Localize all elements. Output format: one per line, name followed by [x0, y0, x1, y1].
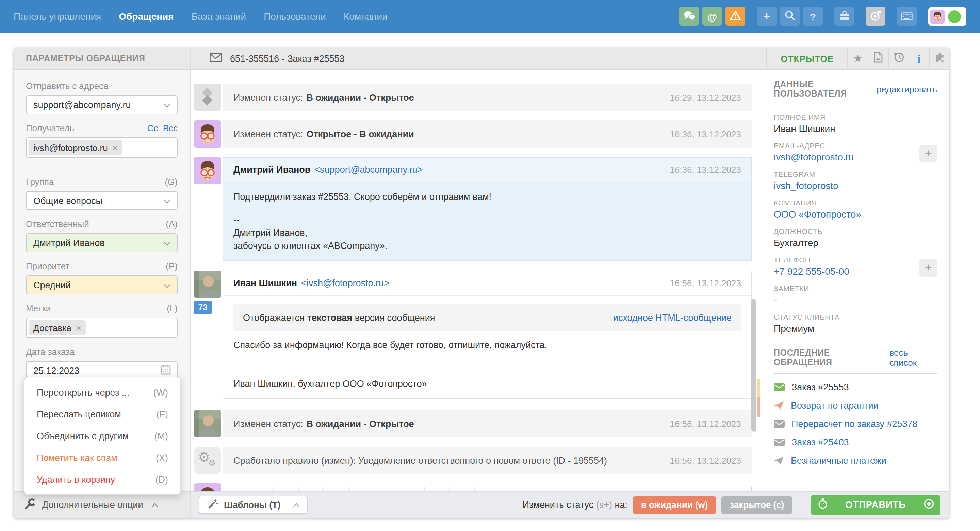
- menu-item-reopen-later[interactable]: Переоткрыть через ... (W): [24, 381, 180, 403]
- keyboard-shortcuts-button[interactable]: [897, 7, 917, 26]
- status-event: Изменен статус:Открытое - В ожидании 16:…: [223, 120, 752, 147]
- panel-header: ПАРАМЕТРЫ ОБРАЩЕНИЯ 651-355516 - Заказ #…: [14, 48, 950, 70]
- recent-ticket-item[interactable]: Заказ #25553: [774, 382, 937, 392]
- agent-message: Дмитрий Иванов <support@abcompany.ru> 16…: [223, 157, 752, 261]
- send-later-button[interactable]: [811, 495, 834, 515]
- ticket-count-badge[interactable]: 73: [194, 301, 212, 314]
- mentions-button[interactable]: @: [702, 7, 722, 26]
- agent-avatar: [194, 120, 221, 147]
- nav-item-dashboard[interactable]: Панель управления: [14, 11, 101, 22]
- email-value-link[interactable]: ivsh@fotoprosto.ru: [774, 152, 937, 163]
- remove-recipient-icon[interactable]: ×: [113, 143, 118, 153]
- additional-options-toggle[interactable]: Дополнительные опции: [14, 491, 191, 518]
- set-status-waiting-button[interactable]: в ожидании (w): [633, 496, 716, 514]
- phone-value-link[interactable]: +7 922 555-05-00: [774, 266, 937, 277]
- recent-ticket-item[interactable]: Перерасчет по заказу #25378: [774, 419, 937, 429]
- status-change: В ожидании - Открытое: [307, 92, 414, 102]
- integrations-button[interactable]: [929, 48, 950, 69]
- menu-item-shortcut: (D): [156, 474, 169, 484]
- recipient-input[interactable]: ivsh@fotoprosto.ru ×: [26, 137, 178, 158]
- all-tickets-link[interactable]: весь список: [889, 347, 937, 368]
- menu-item-delete[interactable]: Удалить в корзину (D): [24, 468, 180, 490]
- set-status-closed-button[interactable]: закрытое (c): [721, 496, 792, 514]
- telegram-value-link[interactable]: ivsh_fotoprosto: [774, 180, 937, 191]
- target-button[interactable]: [865, 7, 885, 26]
- customer-message: Иван Шишкин <ivsh@fotoprosto.ru> 16:56, …: [223, 271, 752, 399]
- edit-user-link[interactable]: редактировать: [877, 84, 937, 94]
- add-phone-button[interactable]: +: [920, 259, 937, 277]
- nav-item-tickets[interactable]: Обращения: [119, 11, 173, 22]
- add-button[interactable]: +: [757, 7, 776, 26]
- assignee-value: Дмитрий Иванов: [33, 238, 105, 248]
- message-author: Иван Шишкин: [234, 278, 297, 288]
- text-version-notice: Отображается текстовая версия сообщения …: [234, 304, 741, 331]
- full-name-label: ПОЛНОЕ ИМЯ: [774, 113, 937, 121]
- recent-ticket-item[interactable]: Возврат по гарантии: [774, 401, 937, 411]
- rule-event: Сработало правило (измен): Уведомление о…: [223, 447, 752, 474]
- send-button[interactable]: ОТПРАВИТЬ: [834, 495, 917, 515]
- magic-wand-icon: [208, 498, 218, 511]
- profile-menu[interactable]: [928, 7, 966, 25]
- menu-item-label: Пометить как спам: [37, 452, 118, 463]
- menu-item-merge[interactable]: Объединить с другим (M): [24, 425, 180, 447]
- search-button[interactable]: [780, 7, 800, 26]
- send-from-select[interactable]: support@abcompany.ru: [26, 95, 178, 114]
- user-data-sidebar: ДАННЫЕ ПОЛЬЗОВАТЕЛЯ редактировать ПОЛНОЕ…: [757, 70, 950, 491]
- priority-select[interactable]: Средний: [26, 275, 178, 295]
- attachments-button[interactable]: [868, 48, 888, 69]
- group-value: Общие вопросы: [33, 195, 102, 206]
- menu-item-mark-spam[interactable]: Пометить как спам (X): [24, 447, 180, 468]
- order-date-value: 25.12.2023: [33, 365, 79, 376]
- keyboard-icon: [901, 11, 913, 22]
- cc-link[interactable]: Cc: [147, 123, 158, 133]
- thread-scrollbar[interactable]: [751, 299, 756, 432]
- menu-item-label: Объединить с другим: [37, 431, 129, 441]
- company-value-link[interactable]: ООО «Фотопросто»: [774, 209, 937, 220]
- templates-button[interactable]: Шаблоны (T): [199, 496, 308, 514]
- notice-text: версия сообщения: [355, 312, 435, 323]
- timestamp: 16:36, 13.12.2023: [662, 165, 741, 175]
- menu-item-label: Переоткрыть через ...: [37, 387, 129, 398]
- favorite-button[interactable]: ★: [847, 48, 868, 69]
- nav-item-users[interactable]: Пользователи: [264, 11, 326, 22]
- history-button[interactable]: [888, 48, 908, 69]
- assignee-select[interactable]: Дмитрий Иванов: [26, 233, 178, 252]
- html-version-link[interactable]: исходное HTML-сообщение: [600, 311, 732, 324]
- alerts-button[interactable]: [725, 7, 745, 26]
- timestamp: 16:29, 13.12.2023: [662, 92, 741, 102]
- timestamp: 16:56, 13.12.2023: [662, 278, 741, 288]
- recent-tickets-title: ПОСЛЕДНИЕ ОБРАЩЕНИЯ: [774, 348, 889, 367]
- recent-ticket-item[interactable]: Безналичные платежи: [774, 455, 937, 466]
- recent-ticket-item[interactable]: Заказ #25403: [774, 437, 937, 447]
- remove-label-icon[interactable]: ×: [76, 323, 81, 333]
- envelope-icon: [210, 53, 222, 64]
- info-button[interactable]: i: [908, 48, 929, 69]
- add-email-button[interactable]: +: [920, 145, 937, 163]
- plus-icon: +: [763, 9, 770, 24]
- nav-item-knowledge-base[interactable]: База знаний: [192, 11, 246, 22]
- editor-toolbar[interactable]: [223, 487, 752, 491]
- send-options-button[interactable]: [917, 495, 940, 515]
- status-event: Изменен статус:В ожидании - Открытое 16:…: [223, 84, 752, 111]
- status-prefix: Изменен статус:: [234, 129, 303, 139]
- customer-avatar: 73: [194, 271, 221, 298]
- nav-item-companies[interactable]: Компании: [344, 11, 388, 22]
- send-from-label: Отправить с адреса: [26, 81, 108, 91]
- labels-input[interactable]: Доставка ×: [26, 317, 178, 338]
- briefcase-button[interactable]: [834, 7, 854, 26]
- priority-label: Приоритет: [26, 261, 69, 271]
- top-nav: Панель управления Обращения База знаний …: [0, 0, 980, 33]
- agent-avatar: [194, 157, 221, 184]
- position-value: Бухгалтер: [774, 237, 937, 248]
- online-status-indicator: [948, 10, 961, 23]
- menu-item-forward-all[interactable]: Переслать целиком (F): [24, 403, 180, 425]
- author-email-link[interactable]: <ivsh@fotoprosto.ru>: [301, 278, 389, 288]
- ticket-header: 651-355516 - Заказ #25553: [191, 48, 766, 69]
- author-email-link[interactable]: <support@abcompany.ru>: [314, 165, 423, 175]
- group-select[interactable]: Общие вопросы: [26, 191, 178, 210]
- chats-button[interactable]: [679, 7, 699, 26]
- change-status-label: Изменить статус (s+) на:: [523, 500, 627, 510]
- help-button[interactable]: ?: [803, 7, 823, 26]
- ticket-status-badge[interactable]: ОТКРЫТОЕ: [766, 48, 847, 69]
- bcc-link[interactable]: Bcc: [163, 123, 178, 133]
